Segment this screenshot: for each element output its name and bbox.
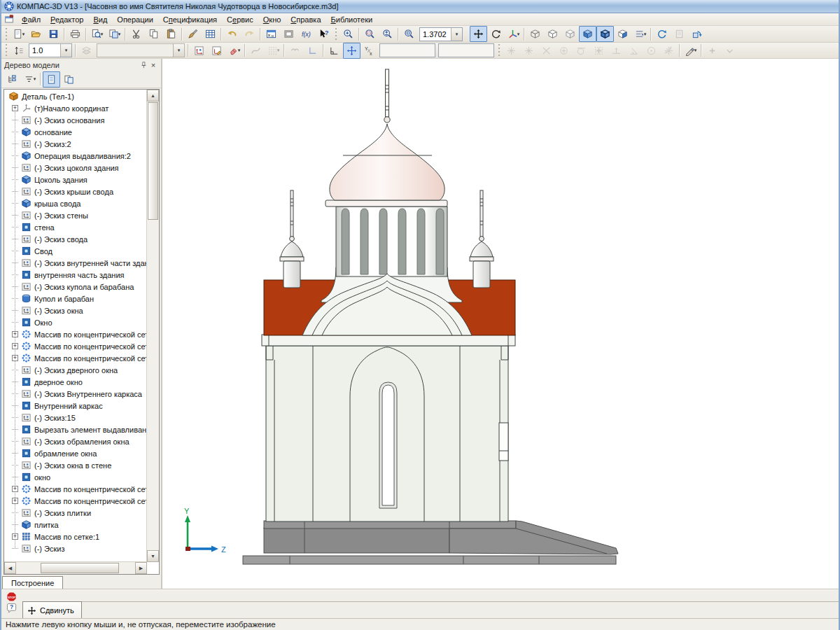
tree-item[interactable]: Купол и барабан — [4, 293, 147, 304]
print-preview-button[interactable]: ▾ — [88, 26, 106, 42]
tree-item[interactable]: Деталь (Тел-1) — [4, 90, 147, 102]
stop-icon[interactable]: STOP — [6, 592, 17, 602]
print-button[interactable] — [66, 26, 84, 42]
functions-button[interactable]: f(x) — [298, 26, 315, 42]
zoom-scale-button[interactable] — [400, 26, 418, 42]
spline-button[interactable] — [247, 43, 265, 59]
coordinate-display-icon[interactable]: Yx — [360, 43, 378, 59]
snap-intersection-button[interactable] — [538, 43, 555, 59]
tab-move[interactable]: Сдвинуть — [22, 601, 82, 619]
grid-button[interactable]: ▾ — [265, 43, 282, 59]
tree-item[interactable]: (-) Эскиз плитки — [4, 507, 147, 519]
library-manager-button[interactable] — [280, 26, 298, 42]
sketch-placement-button[interactable] — [208, 43, 225, 59]
tree-structure-button[interactable] — [4, 71, 21, 88]
toolbar-grip[interactable] — [497, 44, 501, 57]
tree-item[interactable]: +Массив по концентрической сет — [4, 495, 147, 507]
zoom-frame-button[interactable] — [361, 26, 379, 42]
menu-окно[interactable]: Окно — [258, 15, 286, 24]
zoom-scale-combo[interactable]: 1.3702▾ — [419, 27, 463, 41]
copy-button[interactable] — [145, 26, 162, 42]
model-viewport[interactable]: Y Z — [162, 59, 839, 590]
tree-item[interactable]: Свод — [4, 245, 147, 257]
tree-item[interactable]: (-) Эскиз:15 — [4, 412, 147, 424]
state-combo[interactable]: ▾ — [97, 43, 185, 57]
menu-операции[interactable]: Операции — [112, 15, 158, 24]
menu-справка[interactable]: Справка — [286, 15, 326, 24]
copy-properties-button[interactable] — [184, 26, 202, 42]
chevron-down-icon[interactable]: ▾ — [60, 44, 71, 57]
snap-tangent-button[interactable] — [573, 43, 590, 59]
sketch-button[interactable] — [190, 43, 208, 59]
scroll-right-icon[interactable]: ▶ — [135, 562, 147, 574]
tree-item[interactable]: Вырезать элемент выдавливания — [4, 424, 147, 435]
tree-item[interactable]: (-) Эскиз купола и барабана — [4, 281, 147, 293]
zoom-in-out-button[interactable] — [379, 26, 396, 42]
delete-button[interactable]: ▾ — [225, 43, 243, 59]
snaps-button[interactable] — [343, 43, 360, 59]
menu-вид[interactable]: Вид — [88, 15, 112, 24]
tree-item[interactable]: крыша свода — [4, 197, 147, 209]
tree-item[interactable]: (-) Эскиз стены — [4, 209, 147, 221]
tree-item[interactable]: +Массив по концентрической сет — [4, 340, 147, 352]
toolbar-grip[interactable] — [4, 28, 8, 41]
scroll-up-icon[interactable]: ▲ — [147, 90, 159, 102]
coordinate-y-field[interactable] — [379, 43, 435, 57]
rebuild-model-button[interactable] — [688, 26, 706, 42]
tree-item[interactable]: Операция выдавливания:2 — [4, 150, 147, 162]
variables-button[interactable] — [262, 26, 280, 42]
snap-normal-button[interactable] — [608, 43, 625, 59]
zoom-in-button[interactable] — [340, 26, 357, 42]
tree-item[interactable]: дверное окно — [4, 376, 147, 388]
menu-библиотеки[interactable]: Библиотеки — [326, 15, 378, 24]
tree-item[interactable]: Цоколь здания — [4, 174, 147, 186]
hidden-lines-display-button[interactable] — [544, 26, 561, 42]
undo-button[interactable] — [223, 26, 241, 42]
snap-grid-button[interactable] — [590, 43, 608, 59]
expand-icon[interactable]: + — [12, 533, 18, 540]
wireframe-display-button[interactable] — [526, 26, 544, 42]
tree-item[interactable]: (-) Эскиз дверного окна — [4, 364, 147, 376]
expand-icon[interactable]: + — [12, 486, 18, 492]
menu-сервис[interactable]: Сервис — [222, 15, 258, 24]
paste-button[interactable] — [162, 26, 180, 42]
tree-item[interactable]: (-) Эскиз свода — [4, 233, 147, 245]
tree-item[interactable]: Внутренний каркас — [4, 400, 147, 412]
snap-center-button[interactable] — [555, 43, 573, 59]
expand-icon[interactable]: + — [12, 105, 18, 111]
tree-item[interactable]: (-) Эскиз Внутреннего каркаса — [4, 388, 147, 400]
orientation-button[interactable]: ▾ — [505, 26, 522, 42]
tree-item[interactable]: (-) Эскиз окна — [4, 304, 147, 316]
rotate-view-button[interactable] — [487, 26, 505, 42]
save-button[interactable] — [45, 26, 62, 42]
tree-item[interactable]: (-) Эскиз основания — [4, 114, 147, 126]
tree-relations-button[interactable] — [60, 71, 78, 88]
tree-item[interactable]: +Массив по концентрической сет — [4, 352, 147, 364]
tree-item[interactable]: (-) Эскиз — [4, 542, 147, 554]
tab-construction[interactable]: Построение — [2, 576, 63, 590]
title-bar[interactable]: КОМПАС-3D V13 - [Часовня во имя Святител… — [1, 0, 839, 13]
tree-item[interactable]: (-) Эскиз внутренней части здани — [4, 257, 147, 269]
tree-item[interactable]: +(т)Начало координат — [4, 102, 147, 114]
tree-item[interactable]: основание — [4, 126, 147, 138]
menu-файл[interactable]: Файл — [17, 15, 46, 24]
tree-item[interactable]: внутренняя часть здания — [4, 269, 147, 281]
tree-item[interactable]: (-) Эскиз крыши свода — [4, 186, 147, 197]
menu-редактор[interactable]: Редактор — [46, 15, 88, 24]
coordinate-x-field[interactable] — [438, 43, 494, 57]
vscroll-thumb[interactable] — [148, 102, 158, 220]
tree-item[interactable]: +Массив по сетке:1 — [4, 531, 147, 542]
snap-point-button[interactable] — [643, 43, 660, 59]
snap-midpoint-button[interactable] — [520, 43, 538, 59]
cutaway-display-button[interactable] — [614, 26, 631, 42]
shaded-display-button[interactable] — [579, 26, 596, 42]
hidden-lines-thin-display-button[interactable] — [561, 26, 579, 42]
close-icon[interactable]: × — [148, 60, 158, 69]
tree-item[interactable]: (-) Эскиз цоколя здания — [4, 162, 147, 174]
tree-item[interactable]: (-) Эскиз обрамления окна — [4, 435, 147, 447]
help-bubble-icon[interactable]: ? — [6, 603, 17, 613]
chevron-down-icon[interactable]: ▾ — [451, 28, 462, 41]
pin-icon[interactable] — [139, 60, 148, 69]
scroll-down-icon[interactable]: ▼ — [147, 550, 159, 562]
quick-display-button[interactable]: ▾ — [631, 26, 649, 42]
